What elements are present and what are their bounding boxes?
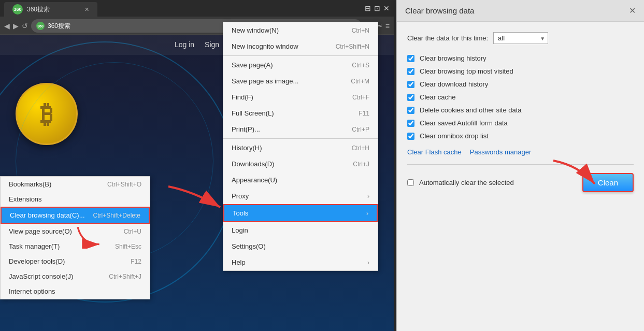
menu-shortcut: F11 [359,110,369,117]
red-arrow-1 [67,223,114,249]
cb-cookies[interactable] [407,107,414,114]
dropdown-menu: New window(N) Ctrl+N New incognito windo… [223,22,378,271]
minimize-icon[interactable]: ⊟ [365,4,371,12]
ctx-shortcut: F12 [131,258,141,265]
ctx-bookmarks[interactable]: Bookmarks(B) Ctrl+Shift+O [1,177,150,192]
restore-icon[interactable]: ⊡ [374,4,380,12]
tab-favicon: 360 [12,4,23,15]
menu-shortcut: Ctrl+J [353,161,369,168]
panel-title: Clear browsing data [405,6,474,15]
menu-item-find[interactable]: Find(F) Ctrl+F [223,89,378,105]
ctx-label: Task manager(T) [9,242,60,250]
menu-item-save-image[interactable]: Save page as image... Ctrl+M [223,73,378,89]
ctx-js-console[interactable]: JavaScript console(J) Ctrl+Shift+J [1,269,150,284]
menu-shortcut: Ctrl+Shift+N [336,43,369,50]
time-select-wrapper: all last hour last day last week last 4 … [493,32,548,44]
ctx-shortcut: Ctrl+Shift+J [109,273,141,280]
menu-label: Save page as image... [232,77,298,85]
checkbox-cookies: Delete cookies and other site data [407,106,634,114]
menu-label: Downloads(D) [232,160,274,168]
menu-item-print[interactable]: Print(P)... Ctrl+P [223,121,378,137]
ctx-dev-tools[interactable]: Developer tools(D) F12 [1,254,150,269]
checkbox-autofill: Clear saved Autofill form data [407,119,634,127]
menu-item-new-window[interactable]: New window(N) Ctrl+N [223,22,378,38]
auto-clear-label: Automatically clear the selected [419,179,514,186]
cb-autofill[interactable] [407,120,414,127]
ctx-internet-options[interactable]: Internet options [1,284,150,299]
menu-label: Print(P)... [232,125,260,133]
menu-label: Full Screen(L) [232,109,274,117]
menu-item-help[interactable]: Help › [223,254,378,270]
passwords-manager-link[interactable]: Passwords manager [470,148,532,156]
menu-item-incognito[interactable]: New incognito window Ctrl+Shift+N [223,38,378,54]
checkbox-omnibox: Clear omnibox drop list [407,132,634,140]
address-text: 360搜索 [48,22,70,31]
time-select[interactable]: all last hour last day last week last 4 … [493,32,548,44]
cb-browsing-history[interactable] [407,55,414,62]
forward-icon[interactable]: ▶ [13,22,19,30]
menu-item-save[interactable]: Save page(A) Ctrl+S [223,57,378,73]
menu-divider-2 [223,138,378,139]
ctx-label: Bookmarks(B) [9,180,51,188]
menu-item-appearance[interactable]: Appearance(U) [223,172,378,188]
cb-label: Clear browsing history [420,54,486,62]
cb-label: Clear cache [420,93,455,101]
submenu-arrow-icon-help: › [367,259,369,266]
menu-shortcut: Ctrl+H [352,145,369,152]
cb-auto-clear[interactable] [407,179,414,186]
tab-close-btn[interactable]: ✕ [84,6,89,13]
window-controls: ⊟ ⊡ ✕ [365,4,390,12]
refresh-icon[interactable]: ↺ [22,22,28,30]
address-favicon: 360 [36,22,45,30]
menu-item-fullscreen[interactable]: Full Screen(L) F11 [223,105,378,121]
menu-item-downloads[interactable]: Downloads(D) Ctrl+J [223,156,378,172]
panel-header: Clear browsing data ✕ [397,0,644,22]
ctx-label: JavaScript console(J) [9,272,73,280]
menu-label: Settings(O) [232,242,266,250]
menu-label: Appearance(U) [232,176,277,184]
clear-browsing-panel: Clear browsing data ✕ Clear the data for… [396,0,644,331]
menu-item-tools[interactable]: Tools › [223,204,378,222]
menu-item-login[interactable]: Login [223,222,378,238]
active-tab[interactable]: 360 360搜索 ✕ [4,2,97,17]
bitcoin-icon: ₿ [16,83,78,145]
panel-close-btn[interactable]: ✕ [629,6,636,16]
close-icon[interactable]: ✕ [383,4,390,12]
menu-divider [223,55,378,56]
checkbox-top-visited: Clear browsing top most visited [407,67,634,75]
red-arrow-3 [546,155,603,192]
menu-icon[interactable]: ≡ [385,22,390,30]
red-arrow-2 [161,181,228,223]
menu-item-history[interactable]: History(H) Ctrl+H [223,140,378,156]
menu-shortcut: Ctrl+S [352,62,369,69]
menu-label: New incognito window [232,42,298,50]
cb-download-history[interactable] [407,81,414,88]
clear-flash-link[interactable]: Clear Flash cache [407,148,462,156]
back-icon[interactable]: ◀ [4,22,10,30]
menu-label: Proxy [232,192,249,200]
ctx-clear-browsing[interactable]: Clear browsing data(C)... Ctrl+Shift+Del… [1,207,150,224]
cb-omnibox[interactable] [407,133,414,140]
menu-item-settings[interactable]: Settings(O) [223,238,378,254]
cb-cache[interactable] [407,94,414,101]
links-row: Clear Flash cache Passwords manager [407,148,634,156]
menu-label: New window(N) [232,26,279,34]
signup-link[interactable]: Sign [205,40,219,49]
ctx-shortcut: Ctrl+Shift+Delete [93,212,140,219]
menu-shortcut: Ctrl+P [352,126,369,133]
ctx-extensions[interactable]: Extensions [1,192,150,207]
menu-label: Save page(A) [232,61,273,69]
time-label: Clear the data for this time: [407,34,488,42]
ctx-shortcut: Shift+Esc [115,243,141,250]
menu-label: Find(F) [232,93,253,101]
menu-shortcut: Ctrl+N [352,27,369,34]
tab-title: 360搜索 [27,5,50,14]
submenu-arrow-icon-tools: › [366,210,368,217]
cb-top-visited[interactable] [407,68,414,75]
login-link[interactable]: Log in [175,40,194,49]
cb-label: Clear download history [420,80,488,88]
cb-label: Clear omnibox drop list [420,132,489,140]
menu-item-proxy[interactable]: Proxy › [223,188,378,204]
ctx-label: Extensions [9,195,42,203]
submenu-arrow-icon: › [367,193,369,200]
